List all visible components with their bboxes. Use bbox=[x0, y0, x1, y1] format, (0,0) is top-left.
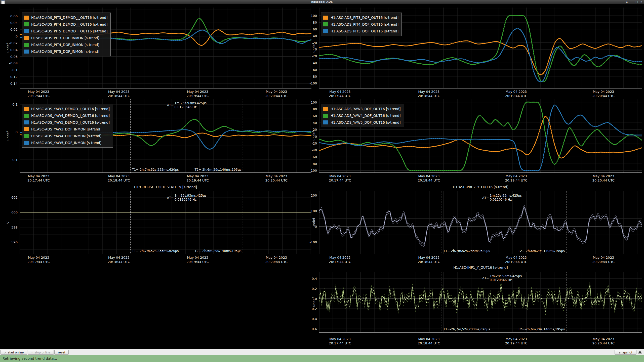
y-tick-label: 100 bbox=[301, 101, 317, 104]
x-tick-label: May 04 202320:18:44 UTC bbox=[102, 255, 135, 264]
legend: H1:ASC-ADS_YAW3_DEMOD_I_OUT16 [s-trend]H… bbox=[22, 104, 113, 148]
legend-channel-label: H1:ASC-ADS_PIT5_DOF_INMON [s-trend] bbox=[31, 50, 99, 54]
y-tick-label: -0.06 bbox=[2, 55, 18, 58]
legend-swatch bbox=[24, 22, 29, 26]
legend-channel-label: H1:ASC-ADS_PIT4_DOF_OUT16 [s-trend] bbox=[331, 22, 398, 26]
legend: H1:ASC-ADS_PIT3_DEMOD_I_OUT16 [s-trend]H… bbox=[22, 13, 111, 56]
y-tick-label: 0.2 bbox=[301, 287, 317, 290]
legend-item: H1:ASC-ADS_PIT4_DOF_INMON [s-trend] bbox=[24, 41, 107, 48]
y-tick-label: 598 bbox=[2, 226, 18, 229]
legend-channel-label: H1:ASC-ADS_YAW3_DOF_INMON [s-trend] bbox=[31, 127, 101, 131]
x-tick-label: May 04 202320:20:44 UTC bbox=[587, 337, 620, 347]
legend-item: H1:ASC-ADS_YAW3_DOF_INMON [s-trend] bbox=[24, 126, 110, 132]
y-axis-label: undef bbox=[312, 211, 316, 234]
legend-channel-label: H1:ASC-ADS_YAW5_DOF_INMON [s-trend] bbox=[31, 141, 101, 145]
t2-label: T2=-2h,6m,29s,140ms,195µs bbox=[195, 168, 242, 171]
x-tick-label: May 04 202320:20:44 UTC bbox=[260, 174, 293, 182]
legend-swatch bbox=[24, 29, 29, 33]
legend: H1:ASC-ADS_YAW3_DOF_OUT16 [s-trend]H1:AS… bbox=[321, 104, 404, 127]
plot-title: H1:GRD-ISC_LOCK_STATE_N [s-trend] bbox=[20, 185, 311, 189]
start-online-button[interactable]: ▷ start online bbox=[1, 350, 27, 355]
plot-canvas-inp1-y[interactable] bbox=[319, 272, 642, 333]
expand-triangle-icon[interactable] bbox=[638, 351, 642, 353]
y-tick-label: -0.1 bbox=[2, 68, 18, 72]
legend-swatch bbox=[24, 127, 29, 131]
stop-online-button[interactable]: □ stop online bbox=[28, 350, 54, 355]
trace-prc2-y bbox=[319, 205, 642, 244]
y-tick-label: -0.02 bbox=[2, 41, 18, 45]
trace-inp1-y bbox=[319, 288, 642, 315]
legend-channel-label: H1:ASC-ADS_YAW3_DEMOD_I_OUT16 [s-trend] bbox=[31, 107, 110, 111]
y-tick-label: 40 bbox=[301, 121, 317, 124]
t1-label: T1=-2h,7m,52s,233ms,620µs bbox=[132, 168, 179, 171]
delta-t-value: 1m,23s,93ms,425µs bbox=[490, 274, 522, 278]
legend-swatch bbox=[24, 50, 29, 54]
reset-button[interactable]: reset bbox=[54, 350, 69, 355]
y-axis-label: undef bbox=[6, 124, 10, 147]
y-tick-label: 0.1 bbox=[2, 103, 18, 106]
legend-swatch bbox=[323, 29, 328, 33]
legend-channel-label: H1:ASC-ADS_PIT4_DOF_INMON [s-trend] bbox=[31, 43, 99, 47]
y-tick-label: -100 bbox=[301, 169, 317, 172]
y-tick-label: -100 bbox=[301, 241, 317, 244]
y-tick-label: -0.6 bbox=[301, 327, 317, 331]
y-tick-label: 60 bbox=[301, 28, 317, 31]
legend-channel-label: H1:ASC-ADS_PIT5_DOF_OUT16 [s-trend] bbox=[331, 29, 398, 33]
x-tick-label: May 04 202320:18:44 UTC bbox=[413, 174, 445, 182]
x-tick-label: May 04 202320:18:44 UTC bbox=[413, 255, 445, 264]
y-tick-label: -0.08 bbox=[2, 62, 18, 65]
delta-t-annotation: ΔT=1m,23s,93ms,425µs0.0120346 Hz bbox=[482, 274, 522, 282]
t2-label: T2=-2h,6m,29s,140ms,195µs bbox=[518, 249, 565, 253]
delta-t-annotation: ΔT=1m,23s,93ms,425µs0.0120346 Hz bbox=[482, 194, 522, 202]
y-tick-label: -0.4 bbox=[301, 317, 317, 321]
y-tick-label: -0.12 bbox=[2, 75, 18, 78]
x-tick-label: May 04 202320:19:44 UTC bbox=[500, 89, 533, 97]
x-tick-label: May 04 202320:20:44 UTC bbox=[587, 174, 620, 182]
x-tick-label: May 04 202320:20:44 UTC bbox=[587, 89, 620, 97]
legend-channel-label: H1:ASC-ADS_YAW4_DOF_OUT16 [s-trend] bbox=[331, 114, 401, 118]
x-tick-label: May 04 202320:20:44 UTC bbox=[260, 89, 293, 97]
stop-icon: □ bbox=[31, 351, 33, 354]
t1-label: T1=-2h,7m,52s,233ms,620µs bbox=[443, 249, 490, 253]
legend-item: H1:ASC-ADS_YAW4_DEMOD_I_OUT16 [s-trend] bbox=[24, 112, 110, 119]
legend-swatch bbox=[24, 36, 29, 40]
snapshot-button[interactable]: snapshot bbox=[615, 350, 636, 355]
x-tick-label: May 04 202320:17:44 UTC bbox=[22, 255, 55, 264]
minimize-icon[interactable]: — bbox=[630, 0, 633, 4]
window-controls: ∧ — □ × bbox=[626, 0, 642, 4]
legend-item: H1:ASC-ADS_PIT4_DOF_OUT16 [s-trend] bbox=[323, 21, 398, 28]
delta-t-annotation: ΔT=1m,23s,93ms,425µs0.0120346 Hz bbox=[167, 194, 207, 202]
x-tick-label: May 04 202320:17:44 UTC bbox=[324, 89, 356, 97]
y-tick-label: 80 bbox=[301, 108, 317, 111]
reset-label: reset bbox=[58, 350, 65, 354]
legend-item: H1:ASC-ADS_YAW5_DOF_OUT16 [s-trend] bbox=[323, 119, 401, 126]
titlebar[interactable]: ndscope: ADS ∧ — □ × bbox=[0, 0, 644, 4]
y-tick-label: 600 bbox=[2, 211, 18, 214]
x-tick-label: May 04 202320:19:44 UTC bbox=[181, 89, 214, 97]
x-tick-label: May 04 202320:19:44 UTC bbox=[181, 255, 214, 264]
plot-canvas-grd-isc-lock[interactable] bbox=[20, 191, 311, 254]
y-tick-label: 0.02 bbox=[2, 28, 18, 31]
legend-swatch bbox=[323, 16, 328, 20]
status-bar: Retrieving second trend data... bbox=[0, 355, 644, 362]
legend-swatch bbox=[323, 114, 328, 118]
maximize-icon[interactable]: □ bbox=[635, 0, 638, 4]
legend-swatch bbox=[323, 22, 328, 26]
legend-item: H1:ASC-ADS_YAW4_DOF_INMON [s-trend] bbox=[24, 132, 110, 139]
legend-swatch bbox=[24, 16, 29, 20]
y-tick-label: 0.4 bbox=[301, 277, 317, 280]
x-tick-label: May 04 202320:18:44 UTC bbox=[102, 89, 135, 97]
plot-canvas-prc2-y[interactable] bbox=[319, 191, 642, 254]
trace-prc2-y bbox=[319, 207, 642, 245]
delta-t-prefix: ΔT= bbox=[482, 196, 489, 200]
legend-swatch bbox=[24, 120, 29, 124]
close-icon[interactable]: × bbox=[640, 0, 642, 4]
shade-icon[interactable]: ∧ bbox=[626, 0, 628, 4]
app-window: 0.060.040.020-0.02-0.04-0.06-0.08-0.1-0.… bbox=[0, 0, 644, 362]
legend-item: H1:ASC-ADS_PIT3_DOF_OUT16 [s-trend] bbox=[323, 14, 398, 21]
legend-channel-label: H1:ASC-ADS_YAW5_DOF_OUT16 [s-trend] bbox=[331, 120, 401, 124]
delta-t-frequency: 0.0120346 Hz bbox=[174, 105, 206, 109]
legend-channel-label: H1:ASC-ADS_PIT3_DEMOD_I_OUT16 [s-trend] bbox=[31, 16, 107, 20]
x-tick-label: May 04 202320:18:44 UTC bbox=[102, 174, 135, 182]
y-tick-label: -60 bbox=[301, 68, 317, 71]
